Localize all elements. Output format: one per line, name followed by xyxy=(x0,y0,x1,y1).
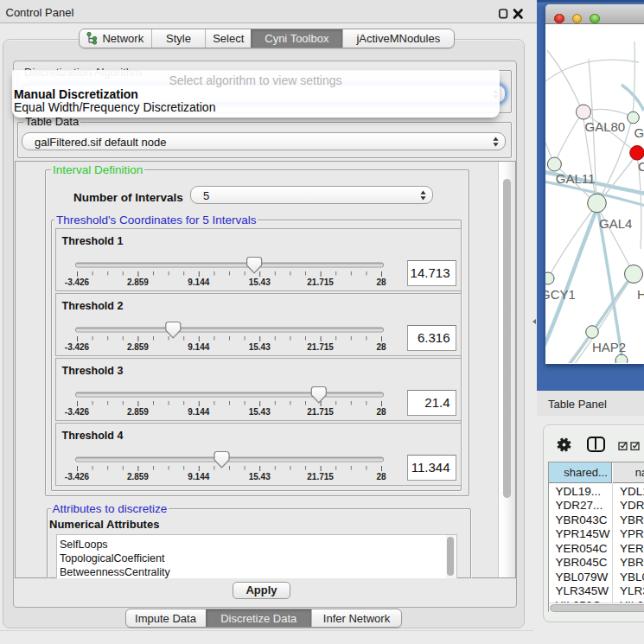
svg-text:H: H xyxy=(637,287,644,302)
svg-text:C: C xyxy=(638,159,644,174)
svg-text:GAL4: GAL4 xyxy=(599,216,632,231)
svg-text:GAL11: GAL11 xyxy=(556,171,596,186)
svg-text:GAL80: GAL80 xyxy=(585,119,626,134)
svg-text:GCY1: GCY1 xyxy=(545,287,576,302)
svg-text:GA: GA xyxy=(634,125,644,140)
svg-text:HAP2: HAP2 xyxy=(592,340,626,354)
